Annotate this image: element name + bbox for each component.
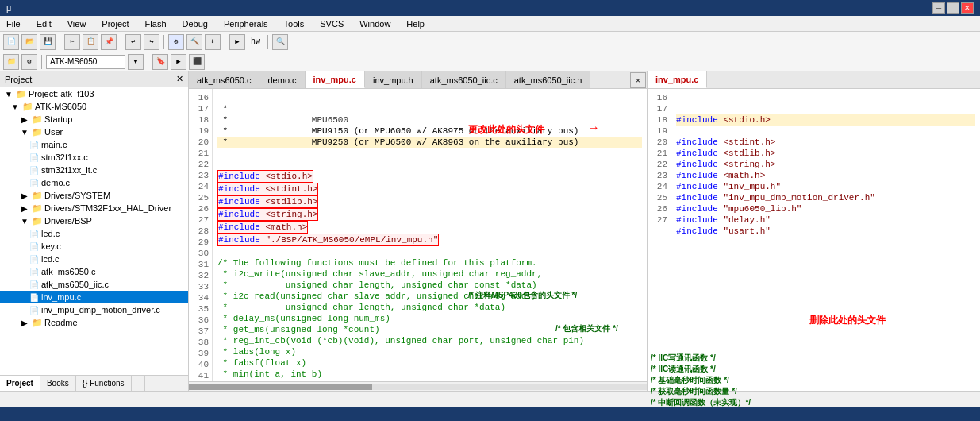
stop-btn[interactable]: ⬛ <box>189 54 205 70</box>
run-btn[interactable]: ▶ <box>171 54 186 70</box>
status-bar <box>0 407 980 421</box>
code-line-21: #include <stdio.h> <box>217 170 313 183</box>
line-num: 26 <box>649 203 667 214</box>
right-tab-inv-mpu-c[interactable]: inv_mpu.c <box>648 71 707 88</box>
tree-led-c[interactable]: 📄 led.c <box>0 227 188 240</box>
code-content[interactable]: * * MPU6500 * MPU9150 (or MPU6050 w/ AK8… <box>213 89 647 381</box>
redo-button[interactable]: ↪ <box>144 34 159 50</box>
tree-atk-ms6050-iic-c[interactable]: 📄 atk_ms6050_iic.c <box>0 278 188 291</box>
menu-peripherals[interactable]: Peripherals <box>221 18 271 29</box>
line-num: 26 <box>190 203 209 214</box>
project-btn[interactable]: 📁 <box>3 54 19 70</box>
tree-main-c[interactable]: 📄 main.c <box>0 138 188 151</box>
menu-file[interactable]: File <box>3 18 24 29</box>
right-code-content[interactable]: #include <stdio.h> #include <stdint.h> #… <box>671 89 980 391</box>
toolbar-secondary: 📁 ⚙ ▼ 🔖 ▶ ⬛ <box>0 52 980 71</box>
tree-atk-ms6050[interactable]: ▼ 📁 ATK-MS6050 <box>0 100 188 113</box>
debug-start-button[interactable]: ▶ <box>229 34 245 50</box>
tree-stm32f1xx-it-c[interactable]: 📄 stm32f1xx_it.c <box>0 164 188 176</box>
tree-file-icon: 📄 <box>29 228 40 239</box>
tree-label: Drivers/BSP <box>44 216 92 226</box>
target-config-btn[interactable]: ▼ <box>128 54 144 70</box>
project-panel-title: Project <box>5 75 32 84</box>
menu-help[interactable]: Help <box>403 18 428 29</box>
new-file-button[interactable]: 📄 <box>3 34 19 50</box>
menu-svcs[interactable]: SVCS <box>317 18 347 29</box>
tab-atk-ms6050-c[interactable]: atk_ms6050.c <box>189 71 259 88</box>
build-output <box>0 391 980 407</box>
line-num: 33 <box>190 281 209 292</box>
tab-atk-ms6050-iic-c[interactable]: atk_ms6050_iic.c <box>422 71 506 88</box>
code-line-25: #include <math.h> <box>217 221 308 234</box>
menu-project[interactable]: Project <box>98 18 132 29</box>
toolbar-sep-3 <box>163 35 164 49</box>
code-line-39: */ <box>217 380 233 381</box>
project-panel-close[interactable]: ✕ <box>176 74 183 84</box>
menu-flash[interactable]: Flash <box>142 18 170 29</box>
tree-project-root[interactable]: ▼ 📁 Project: atk_f103 <box>0 87 188 100</box>
open-button[interactable]: 📂 <box>21 34 37 50</box>
tree-atk-ms6050-c[interactable]: 📄 atk_ms6050.c <box>0 265 188 278</box>
tree-file-icon: 📄 <box>29 292 40 303</box>
tab-project[interactable]: Project <box>0 376 40 391</box>
tab-atk-ms6050-iic-h[interactable]: atk_ms6050_iic.h <box>506 71 591 88</box>
undo-button[interactable]: ↩ <box>125 34 141 50</box>
menu-window[interactable]: Window <box>356 18 394 29</box>
line-num: 17 <box>649 103 667 114</box>
copy-button[interactable]: 📋 <box>83 34 98 50</box>
line-num: 27 <box>649 214 667 226</box>
code-line-37: * fabsf(float x) <box>217 358 306 368</box>
tree-drivers-hal[interactable]: ▶ 📁 Drivers/STM32F1xx_HAL_Driver <box>0 202 188 214</box>
tree-startup[interactable]: ▶ 📁 Startup <box>0 113 188 126</box>
title-bar-controls[interactable]: ─ □ ✕ <box>932 2 974 14</box>
tree-key-c[interactable]: 📄 key.c <box>0 240 188 253</box>
tree-inv-mpu-dmp-c[interactable]: 📄 inv_mpu_dmp_motion_driver.c <box>0 303 188 316</box>
toolbar-sep-2 <box>121 35 121 49</box>
tree-inv-mpu-c[interactable]: 📄 inv_mpu.c <box>0 291 188 303</box>
tab-functions[interactable]: {} Functions <box>76 376 132 391</box>
horizontal-scrollbar[interactable] <box>189 381 647 391</box>
close-button[interactable]: ✕ <box>961 2 974 14</box>
build-button[interactable]: ⚙ <box>168 34 184 50</box>
rebuild-button[interactable]: 🔨 <box>186 34 202 50</box>
tree-expand-icon: ▶ <box>19 203 30 214</box>
tree-drivers-system[interactable]: ▶ 📁 Drivers/SYSTEM <box>0 189 188 202</box>
menu-edit[interactable]: Edit <box>33 18 55 29</box>
tab-inv-mpu-c[interactable]: inv_mpu.c <box>306 71 365 88</box>
bookmark-btn[interactable]: 🔖 <box>152 54 168 70</box>
tab-inv-mpu-h[interactable]: inv_mpu.h <box>365 71 422 88</box>
tree-readme[interactable]: ▶ 📁 Readme <box>0 316 188 329</box>
cut-button[interactable]: ✂ <box>64 34 80 50</box>
code-line-31: * i2c_read(unsigned char slave_addr, uns… <box>217 292 537 301</box>
tree-drivers-bsp[interactable]: ▼ 📁 Drivers/BSP <box>0 214 188 227</box>
line-num: 31 <box>190 259 209 270</box>
menu-view[interactable]: View <box>64 18 90 29</box>
save-button[interactable]: 💾 <box>40 34 56 50</box>
tree-user[interactable]: ▼ 📁 User <box>0 126 188 138</box>
tab-books[interactable]: Books <box>40 376 76 391</box>
options-btn[interactable]: ⚙ <box>21 54 37 70</box>
minimize-button[interactable]: ─ <box>932 2 945 14</box>
tree-lcd-c[interactable]: 📄 lcd.c <box>0 253 188 265</box>
menu-debug[interactable]: Debug <box>179 18 211 29</box>
tab-templates[interactable] <box>132 376 145 391</box>
tree-file-icon: 📄 <box>29 266 40 277</box>
target-input[interactable] <box>46 55 125 69</box>
close-tab-btn[interactable]: ✕ <box>630 72 646 88</box>
tree-expand-icon: ▶ <box>19 190 30 201</box>
line-numbers: 16 17 18 19 20 21 22 23 24 25 26 27 28 2… <box>189 89 213 381</box>
right-code-line-25: #include "delay.h" <box>676 215 771 225</box>
code-line-17: * MPU6500 <box>217 115 348 125</box>
tree-stm32f1xx-c[interactable]: 📄 stm32f1xx.c <box>0 151 188 164</box>
tree-label: stm32f1xx_it.c <box>41 165 97 175</box>
paste-button[interactable]: 📌 <box>101 34 117 50</box>
download-button[interactable]: ⬇ <box>205 34 221 50</box>
toolbar-main: 📄 📂 💾 ✂ 📋 📌 ↩ ↪ ⚙ 🔨 ⬇ ▶ hw 🔍 <box>0 32 980 52</box>
menu-tools[interactable]: Tools <box>281 18 308 29</box>
right-code-line-20: #include <string.h> <box>676 160 775 169</box>
code-line-30: * unsigned char length, unsigned char co… <box>217 280 537 290</box>
tab-demo-c[interactable]: demo.c <box>259 71 305 88</box>
tree-demo-c[interactable]: 📄 demo.c <box>0 176 188 189</box>
maximize-button[interactable]: □ <box>947 2 959 14</box>
search-button[interactable]: 🔍 <box>272 34 288 50</box>
